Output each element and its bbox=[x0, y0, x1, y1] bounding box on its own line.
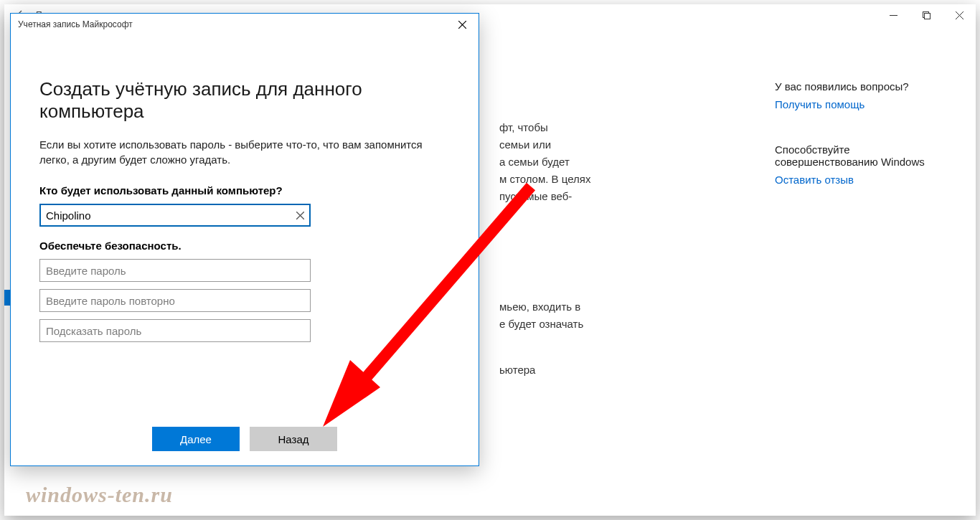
clear-input-icon[interactable] bbox=[289, 204, 311, 227]
svg-rect-2 bbox=[924, 13, 930, 19]
back-button-dialog[interactable]: Назад bbox=[250, 427, 337, 451]
dialog-heading: Создать учётную запись для данного компь… bbox=[39, 78, 450, 123]
dialog-close-button[interactable] bbox=[446, 14, 479, 35]
next-button[interactable]: Далее bbox=[152, 427, 240, 451]
close-parent-button[interactable] bbox=[943, 4, 976, 26]
password-hint-input[interactable] bbox=[39, 319, 311, 342]
create-account-dialog: Учетная запись Майкрософт Создать учётну… bbox=[10, 13, 479, 466]
watermark: windows-ten.ru bbox=[26, 483, 173, 507]
dialog-description: Если вы хотите использовать пароль - выб… bbox=[39, 137, 441, 167]
questions-label: У вас появились вопросы? bbox=[775, 80, 947, 93]
password-input[interactable] bbox=[39, 259, 311, 282]
minimize-button[interactable] bbox=[877, 4, 910, 26]
maximize-button[interactable] bbox=[910, 4, 943, 26]
dialog-title: Учетная запись Майкрософт bbox=[18, 19, 133, 29]
feedback-link[interactable]: Оставить отзыв bbox=[775, 174, 947, 186]
help-sidebar: У вас появились вопросы? Получить помощь… bbox=[775, 80, 947, 214]
username-label: Кто будет использовать данный компьютер? bbox=[39, 184, 450, 197]
security-label: Обеспечьте безопасность. bbox=[39, 240, 450, 252]
username-input[interactable] bbox=[39, 204, 311, 227]
dialog-titlebar: Учетная запись Майкрософт bbox=[11, 14, 479, 35]
get-help-link[interactable]: Получить помощь bbox=[775, 98, 947, 110]
password-confirm-input[interactable] bbox=[39, 289, 311, 312]
improve-label: Способствуйтесовершенствованию Windows bbox=[775, 143, 947, 168]
